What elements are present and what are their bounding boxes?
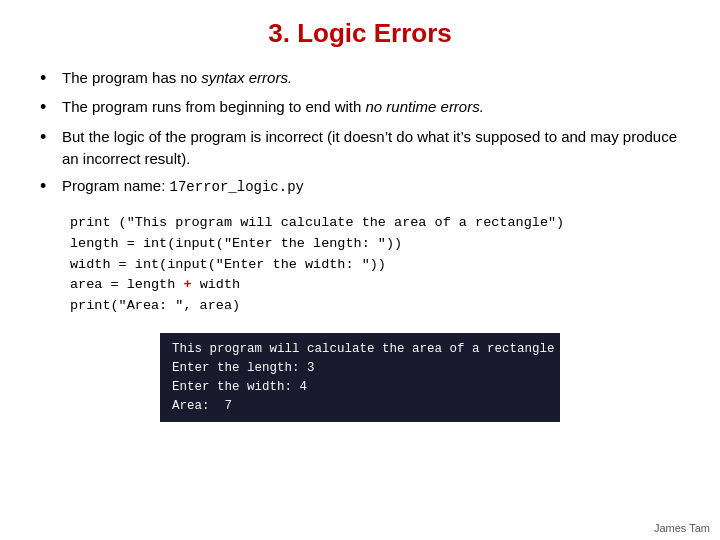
terminal-line-1: This program will calculate the area of … (172, 340, 548, 359)
bullet-text-2-before: The program runs from beginning to end w… (62, 98, 366, 115)
terminal-box: This program will calculate the area of … (160, 333, 560, 422)
bullet-text-1-before: The program has no (62, 69, 201, 86)
bullet-dot: • (40, 175, 58, 198)
code-line-4: area = length + width (70, 275, 680, 296)
list-item: • But the logic of the program is incorr… (40, 126, 680, 170)
code-line-3: width = int(input("Enter the width: ")) (70, 255, 680, 276)
code-line-5: print("Area: ", area) (70, 296, 680, 317)
bullet-text-4: Program name: 17error_logic.py (62, 175, 680, 197)
code-plus-operator: + (183, 277, 191, 292)
list-item: • Program name: 17error_logic.py (40, 175, 680, 198)
page-container: 3. Logic Errors • The program has no syn… (0, 0, 720, 540)
page-title: 3. Logic Errors (40, 18, 680, 49)
code-line-2: length = int(input("Enter the length: ")… (70, 234, 680, 255)
author-label: James Tam (654, 522, 710, 534)
bullet-text-1-italic: syntax errors. (201, 69, 292, 86)
code-block: print ("This program will calculate the … (70, 213, 680, 318)
bullet-text-2: The program runs from beginning to end w… (62, 96, 680, 118)
bullet-dot: • (40, 96, 58, 119)
terminal-line-4: Area: 7 (172, 397, 548, 416)
bullet-dot: • (40, 67, 58, 90)
bullet-text-1: The program has no syntax errors. (62, 67, 680, 89)
bullet-dot: • (40, 126, 58, 149)
code-line-1: print ("This program will calculate the … (70, 213, 680, 234)
bullet-text-2-italic: no runtime errors. (366, 98, 484, 115)
bullet-text-3: But the logic of the program is incorrec… (62, 126, 680, 170)
list-item: • The program has no syntax errors. (40, 67, 680, 90)
bullet-text-4-code: 17error_logic.py (170, 179, 304, 195)
bullet-list: • The program has no syntax errors. • Th… (40, 67, 680, 199)
terminal-line-2: Enter the length: 3 (172, 359, 548, 378)
bullet-text-4-before: Program name: (62, 177, 170, 194)
terminal-line-3: Enter the width: 4 (172, 378, 548, 397)
list-item: • The program runs from beginning to end… (40, 96, 680, 119)
